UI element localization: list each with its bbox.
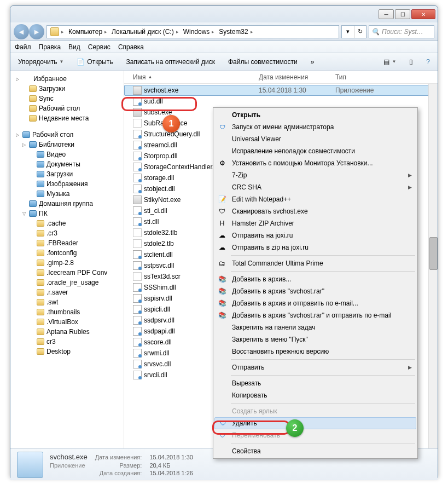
address-bar[interactable]: ▸ Компьютер▸ Локальный диск (C:)▸ Window… (46, 25, 339, 38)
organize-button[interactable]: Упорядочить▼ (15, 57, 67, 67)
context-menu-item[interactable]: 🛡Запуск от имени администратора (214, 121, 416, 133)
search-input[interactable]: 🔍Поиск: Syst… (369, 25, 434, 38)
menu-view[interactable]: Вид (68, 43, 80, 51)
col-name[interactable]: Имя ▲ (133, 73, 259, 81)
help-button[interactable]: ? (423, 57, 433, 67)
file-icon (133, 283, 142, 292)
scrollbar[interactable] (428, 84, 438, 448)
forward-button[interactable]: ► (29, 24, 44, 39)
context-menu-item[interactable]: 📚Добавить в архив... (214, 273, 416, 285)
badge-1: 1 (162, 115, 180, 132)
preview-pane-button[interactable]: ▯ (406, 57, 416, 67)
tree-item[interactable]: .gimp-2.8 (11, 258, 123, 268)
file-icon (133, 195, 142, 204)
context-menu: Открыть🛡Запуск от имени администратораUn… (213, 107, 418, 459)
open-button[interactable]: 📄Открыть (73, 57, 116, 67)
toolbar-more[interactable]: » (307, 57, 318, 67)
tree-item[interactable]: ▷Избранное (11, 74, 123, 84)
context-menu-item[interactable]: Свойства (214, 445, 416, 457)
context-menu-item[interactable]: Исправление неполадок совместимости (214, 145, 416, 157)
tree-item[interactable]: Desktop (11, 347, 123, 356)
view-button[interactable]: ▤ ▼ (380, 57, 399, 67)
context-menu-item[interactable]: 📚Добавить в архив "svchost.rar" и отправ… (214, 309, 416, 321)
refresh-button[interactable]: ↻ (354, 26, 366, 38)
menu-file[interactable]: Файл (15, 43, 31, 51)
compat-button[interactable]: Файлы совместимости (225, 57, 301, 67)
context-menu-item[interactable]: 🛡Удалить (214, 417, 416, 429)
tree-item[interactable]: ▷Библиотеки (11, 140, 123, 149)
context-menu-item[interactable]: Копировать (214, 389, 416, 401)
context-menu-item[interactable]: Universal Viewer (214, 133, 416, 145)
file-icon (133, 239, 142, 248)
tree-item[interactable]: .FBReader (11, 238, 123, 248)
context-menu-item[interactable]: ⚙Установить с помощью Монитора Установки… (214, 157, 416, 169)
tree-item[interactable]: Документы (11, 159, 123, 169)
file-icon (133, 217, 142, 226)
minimize-button[interactable]: ─ (379, 9, 394, 19)
file-icon (133, 130, 142, 139)
context-menu-item[interactable]: Закрепить в меню "Пуск" (214, 333, 416, 345)
tree-item[interactable]: Видео (11, 149, 123, 159)
context-menu-item[interactable]: ☁Отправить на joxi.ru (214, 229, 416, 241)
scroll-thumb[interactable] (429, 237, 438, 270)
context-menu-item[interactable]: CRC SHA▶ (214, 181, 416, 193)
col-type[interactable]: Тип (335, 73, 401, 81)
col-date[interactable]: Дата изменения (259, 73, 335, 81)
file-icon (133, 261, 142, 270)
av-icon: 🛡 (218, 207, 226, 216)
close-button[interactable]: ✕ (411, 9, 435, 19)
tree-item[interactable]: Изображения (11, 179, 123, 189)
tree-item[interactable]: Загрузки (11, 84, 123, 94)
tree-item[interactable]: Домашняя группа (11, 199, 123, 209)
addr-dropdown[interactable]: ▾ (342, 26, 354, 38)
context-menu-item[interactable]: ☁Отправить в zip на joxi.ru (214, 241, 416, 253)
context-menu-item[interactable]: 📚Добавить в архив "svchost.rar" (214, 285, 416, 297)
status-icon (17, 452, 43, 478)
tree-item[interactable]: .r.saver (11, 287, 123, 297)
tree-item[interactable]: .fontconfig (11, 248, 123, 258)
context-menu-item[interactable]: 🛡Сканировать svchost.exe (214, 205, 416, 217)
tree-item[interactable]: .cr3 (11, 228, 123, 238)
rar-icon: 📚 (218, 287, 226, 296)
context-menu-item[interactable]: 📝Edit with Notepad++ (214, 193, 416, 205)
file-row[interactable]: svchost.exe15.04.2018 1:30Приложение (124, 85, 438, 96)
maximize-button[interactable]: ☐ (395, 9, 410, 19)
tree-item[interactable]: Рабочий стол (11, 103, 123, 113)
tree-item[interactable]: ▷Рабочий стол (11, 130, 123, 140)
tree-item[interactable]: .VirtualBox (11, 317, 123, 327)
file-icon (133, 119, 142, 128)
tree-item[interactable]: .Icecream PDF Conv (11, 268, 123, 278)
context-menu-item[interactable]: 📚Добавить в архив и отправить по e-mail.… (214, 297, 416, 309)
tree-item[interactable]: ▽ПК (11, 209, 123, 218)
context-menu-item: 🛡Переименовать (214, 429, 416, 441)
context-menu-item[interactable]: Вырезать (214, 377, 416, 389)
file-icon (133, 327, 142, 336)
npp-icon: 📝 (218, 195, 226, 204)
file-row[interactable]: sud.dll (124, 96, 438, 107)
context-menu-item[interactable]: HHamster ZIP Archiver (214, 217, 416, 229)
menu-help[interactable]: Справка (118, 43, 144, 51)
tree-item[interactable]: .cache (11, 218, 123, 228)
tree-item[interactable]: Музыка (11, 189, 123, 199)
tree-item[interactable]: Недавние места (11, 113, 123, 123)
file-icon (133, 349, 142, 358)
back-button[interactable]: ◄ (14, 24, 29, 39)
tree-item[interactable]: Aptana Rubles (11, 327, 123, 337)
tree-item[interactable]: .thumbnails (11, 307, 123, 317)
context-menu-item[interactable]: Отправить▶ (214, 361, 416, 373)
menu-tools[interactable]: Сервис (88, 43, 110, 51)
tree-item[interactable]: Sync (11, 94, 123, 103)
context-menu-item[interactable]: Закрепить на панели задач (214, 321, 416, 333)
tree-item[interactable]: Загрузки (11, 169, 123, 179)
tree-item[interactable]: .swt (11, 297, 123, 307)
menu-edit[interactable]: Правка (39, 43, 61, 51)
context-menu-item[interactable]: 7-Zip▶ (214, 169, 416, 181)
burn-button[interactable]: Записать на оптический диск (123, 57, 218, 67)
context-menu-item[interactable]: 🗂Total Commander Ultima Prime (214, 257, 416, 269)
navbar: ◄ ► ▸ Компьютер▸ Локальный диск (C:)▸ Wi… (10, 22, 438, 41)
context-menu-item[interactable]: Открыть (214, 109, 416, 121)
tree-item[interactable]: cr3 (11, 337, 123, 347)
tree-item[interactable]: .oracle_jre_usage (11, 278, 123, 287)
shield-icon: 🛡 (218, 123, 226, 131)
context-menu-item[interactable]: Восстановить прежнюю версию (214, 345, 416, 358)
